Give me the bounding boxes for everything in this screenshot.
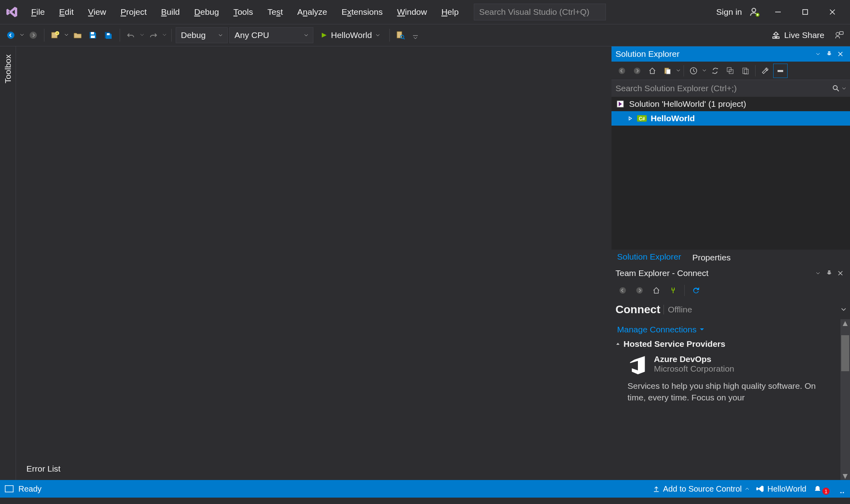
panel-dropdown-button[interactable] <box>812 48 824 60</box>
user-icon[interactable] <box>749 6 760 18</box>
tab-properties[interactable]: Properties <box>687 250 736 266</box>
forward-button[interactable] <box>630 64 644 78</box>
home-icon[interactable] <box>649 283 664 298</box>
menu-extensions[interactable]: Extensions <box>334 0 390 24</box>
svg-rect-25 <box>666 69 670 74</box>
menu-project[interactable]: Project <box>113 0 154 24</box>
project-node[interactable]: C# HelloWorld <box>611 111 850 126</box>
pin-icon[interactable] <box>824 48 835 60</box>
pending-changes-button[interactable] <box>686 64 701 78</box>
menu-view[interactable]: View <box>81 0 113 24</box>
find-in-files-button[interactable] <box>394 27 407 43</box>
menu-debug[interactable]: Debug <box>187 0 226 24</box>
svg-rect-31 <box>778 70 783 72</box>
switch-views-button[interactable] <box>660 64 675 78</box>
solution-explorer-header[interactable]: Solution Explorer <box>611 46 850 62</box>
menu-edit[interactable]: Edit <box>52 0 81 24</box>
scroll-thumb[interactable] <box>841 335 849 371</box>
hosted-providers-header[interactable]: Hosted Service Providers <box>611 336 850 352</box>
redo-button[interactable] <box>146 27 160 43</box>
feedback-button[interactable] <box>832 27 846 43</box>
scroll-up-icon[interactable]: ▲ <box>840 319 850 327</box>
notifications-button[interactable]: 1 <box>814 485 832 493</box>
notification-badge: 1 <box>822 488 830 495</box>
undo-button[interactable] <box>124 27 138 43</box>
menu-help[interactable]: Help <box>434 0 466 24</box>
svg-rect-29 <box>743 68 747 74</box>
signin-link[interactable]: Sign in <box>713 7 745 17</box>
chevron-down-icon[interactable] <box>64 33 69 38</box>
menu-window[interactable]: Window <box>390 0 434 24</box>
manage-connections-link[interactable]: Manage Connections <box>611 323 850 336</box>
chevron-down-icon[interactable] <box>842 86 846 90</box>
collapse-all-icon[interactable] <box>723 64 738 78</box>
platform-dropdown[interactable]: Any CPU <box>229 27 313 43</box>
toolbox-tab[interactable]: Toolbox <box>0 50 16 87</box>
save-all-button[interactable] <box>101 27 116 43</box>
svg-rect-11 <box>91 36 95 38</box>
chevron-down-icon[interactable] <box>676 68 681 73</box>
close-icon[interactable] <box>835 48 846 60</box>
chevron-down-icon[interactable] <box>20 33 25 38</box>
team-explorer-header[interactable]: Team Explorer - Connect <box>611 266 850 281</box>
nav-back-button[interactable] <box>4 27 18 43</box>
new-project-button[interactable] <box>48 27 62 43</box>
solution-node[interactable]: Solution 'HelloWorld' (1 project) <box>611 97 850 111</box>
show-all-files-icon[interactable] <box>738 64 753 78</box>
svg-point-22 <box>619 68 625 74</box>
refresh-icon[interactable] <box>689 283 703 298</box>
scrollbar[interactable]: ▲ ▼ <box>840 319 850 480</box>
status-project[interactable]: HelloWorld <box>756 484 806 494</box>
nav-forward-button[interactable] <box>26 27 40 43</box>
chevron-down-icon[interactable] <box>162 33 167 38</box>
menu-analyze[interactable]: Analyze <box>290 0 335 24</box>
live-share-button[interactable]: Live Share <box>766 30 830 40</box>
resize-grip-icon[interactable]: ⣀ <box>839 484 845 494</box>
open-file-button[interactable] <box>71 27 84 43</box>
svg-point-6 <box>7 32 14 39</box>
toolbar-overflow-button[interactable] <box>409 30 422 46</box>
save-button[interactable] <box>86 27 100 43</box>
menu-file[interactable]: File <box>24 0 52 24</box>
chevron-down-icon[interactable] <box>140 33 145 38</box>
solution-explorer-search[interactable]: Search Solution Explorer (Ctrl+;) <box>611 80 850 97</box>
provider-item[interactable]: Azure DevOps Microsoft Corporation <box>611 352 850 378</box>
close-button[interactable] <box>819 4 846 20</box>
error-list-tab[interactable]: Error List <box>23 462 64 476</box>
connect-icon[interactable] <box>666 283 680 298</box>
add-source-control-button[interactable]: Add to Source Control <box>653 484 749 494</box>
team-explorer-content: Manage Connections Hosted Service Provid… <box>611 319 850 480</box>
sync-icon[interactable] <box>708 64 722 78</box>
vs-icon <box>756 485 764 493</box>
configuration-dropdown[interactable]: Debug <box>176 27 228 43</box>
home-icon[interactable] <box>645 64 660 78</box>
svg-rect-3 <box>803 10 808 14</box>
menu-build[interactable]: Build <box>154 0 187 24</box>
liveshare-icon <box>772 31 780 40</box>
forward-button[interactable] <box>632 283 647 298</box>
preview-icon[interactable] <box>773 64 788 78</box>
chevron-down-icon[interactable] <box>841 307 846 312</box>
panel-dropdown-button[interactable] <box>812 268 824 279</box>
close-icon[interactable] <box>835 268 846 279</box>
maximize-button[interactable] <box>792 4 819 20</box>
global-search-input[interactable]: Search Visual Studio (Ctrl+Q) <box>474 4 606 20</box>
provider-corp: Microsoft Corporation <box>654 364 734 374</box>
back-button[interactable] <box>615 64 629 78</box>
start-debug-button[interactable]: HelloWorld <box>315 27 385 43</box>
properties-icon[interactable] <box>758 64 772 78</box>
back-button[interactable] <box>615 283 630 298</box>
chevron-up-icon <box>745 487 749 491</box>
menu-test[interactable]: Test <box>260 0 290 24</box>
scroll-down-icon[interactable]: ▼ <box>840 472 850 480</box>
expand-icon[interactable] <box>627 116 633 121</box>
project-label: HelloWorld <box>651 114 695 123</box>
minimize-button[interactable] <box>764 4 792 20</box>
provider-desc: Services to help you ship high quality s… <box>611 378 850 404</box>
chevron-down-icon <box>700 327 704 332</box>
pin-icon[interactable] <box>824 268 835 279</box>
chevron-down-icon[interactable] <box>702 68 707 73</box>
tab-solution-explorer[interactable]: Solution Explorer <box>611 249 687 266</box>
menu-tools[interactable]: Tools <box>226 0 260 24</box>
svg-point-39 <box>619 287 626 294</box>
